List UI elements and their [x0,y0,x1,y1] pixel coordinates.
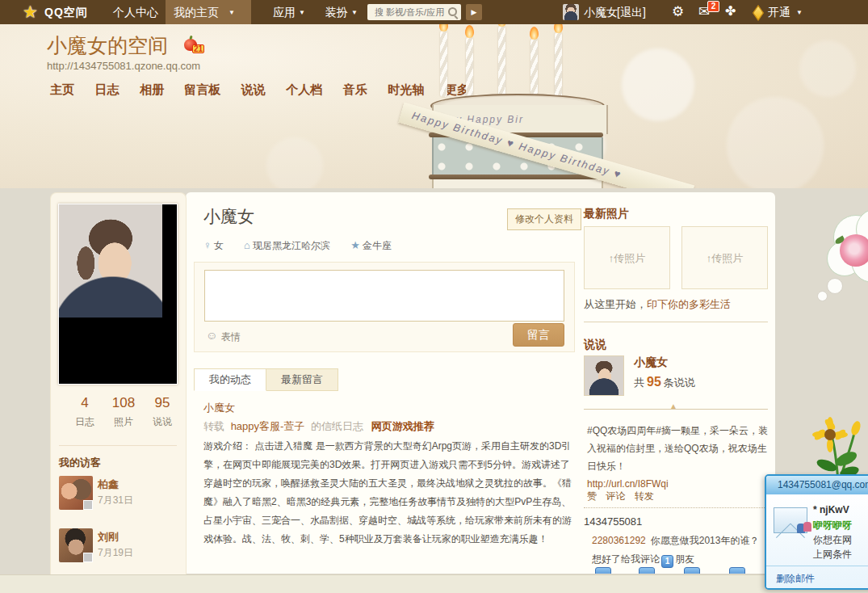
camera-badge-icon [83,500,93,510]
search-input[interactable] [373,6,447,18]
bokeh-decoration [727,97,824,188]
rose-image [840,234,868,267]
mail-preview-line: 你想在网 [813,533,852,547]
photos-caption: 从这里开始，印下你的多彩生活 [584,297,731,312]
photos-caption-link[interactable]: 印下你的多彩生活 [647,298,731,310]
chevron-down-icon: ▼ [351,9,358,16]
location-info: ⌂现居黑龙江哈尔滨 [244,240,330,251]
visitor-name[interactable]: 柏鑫 [98,477,119,492]
upload-photo-box[interactable]: ↑传照片 [681,226,768,289]
visitor-name[interactable]: 刘刚 [98,530,119,545]
header-banner: 小魔女的空间 21 http://1434755081.qzone.qq.com… [0,24,868,188]
candle [466,37,473,99]
profile-photo[interactable] [58,204,178,385]
number-badge [684,567,700,574]
comment-link[interactable]: 评论 [606,490,625,502]
nav-personal-center[interactable]: 个人中心 [105,0,166,24]
feed-source-link[interactable]: happy客服-萱子 [231,420,305,432]
nav-my-homepage[interactable]: 我的主页▼ [166,0,251,24]
comment-author-link[interactable]: 2280361292 [592,535,646,546]
divider [59,445,177,446]
mail-preview-line: 上网条件 [813,548,852,561]
vip-open-link[interactable]: 开通 [768,0,790,24]
emoticon-button[interactable]: 表情 [221,330,241,344]
shuoshuo-avatar[interactable] [584,355,624,396]
tab-my-feeds[interactable]: 我的动态 [194,368,266,391]
nav-apps[interactable]: 应用▼ [265,0,305,24]
camera-badge-icon [83,553,93,562]
smiley-icon[interactable]: ☺ [206,329,217,342]
mail-popup-header: 1434755081@qq.com [766,476,868,494]
tab-shuoshuo[interactable]: 说说 [241,82,266,98]
forward-link[interactable]: 转发 [635,490,654,502]
diamond-vip-icon [753,5,764,21]
divider [766,566,868,566]
qzone-logo-star-icon: ★ [23,2,38,22]
stat-photos[interactable]: 108 照片 [103,395,145,429]
feed-action: 转载 [203,420,224,432]
qq-number: 1434755081 [584,515,642,528]
visitor-date: 7月19日 [98,546,133,560]
tab-albums[interactable]: 相册 [140,82,164,98]
feed-middle-text: 的信纸日志 [311,420,363,432]
space-url: http://1434755081.qzone.qq.com [47,60,200,72]
chevron-down-icon: ▼ [299,9,305,16]
space-title: 小魔女的空间 [47,32,168,59]
bokeh-decoration [799,40,856,97]
profile-info-row: ♀女 ⌂现居黑龙江哈尔滨 ★金牛座 [203,239,409,253]
tab-personal-file[interactable]: 个人档 [286,82,322,98]
mail-subject-link[interactable]: 咿呀咿呀 [813,519,852,532]
search-icon[interactable] [448,7,457,16]
shuoshuo-username[interactable]: 小魔女 [634,355,668,370]
top-navbar: ★ QQ空间 个人中心 我的主页▼ 应用▼ 装扮▼ ▶ 小魔女 [退出] ⚙ ✉… [0,0,868,24]
tab-home[interactable]: 主页 [50,82,74,98]
stat-blogs[interactable]: 4 日志 [64,395,106,429]
feed-body-text: 游戏介绍： 点击进入猎魔 是一款西方背景的大型奇幻Arpg页游，采用自主研发的3… [203,437,575,549]
person-icon [803,522,811,532]
candle-flame [554,24,563,33]
stat-shuoshuo[interactable]: 95 说说 [141,395,183,429]
navbar-avatar[interactable] [563,4,579,20]
leave-message-button[interactable]: 留言 [513,323,564,347]
clover-icon[interactable]: ✤ [725,3,736,19]
profile-name: 小魔女 [203,205,254,228]
cake-base-band [432,179,603,188]
tab-latest-messages[interactable]: 最新留言 [266,368,338,391]
navbar-username[interactable]: 小魔女 [584,0,618,24]
feed-title-link[interactable]: 网页游戏推荐 [371,420,434,432]
mail-notification-popup: 1434755081@qq.com * njKwV 咿呀咿呀 你想在网 上网条件… [765,474,868,590]
search-box[interactable] [367,4,461,20]
search-go-button[interactable]: ▶ [466,4,482,20]
shuoshuo-comment: 2280361292你愿意做我2013年的谁？想好了给我评论1朋友 [592,532,768,569]
candle [530,39,538,100]
tab-message-board[interactable]: 留言板 [184,82,220,98]
tab-blog[interactable]: 日志 [94,82,119,98]
gender-info: ♀女 [203,240,224,251]
shuoshuo-post: #QQ农场四周年#摘一颗星，采一朵云，装入祝福的信封里，送给QQ农场，祝农场生日… [587,422,768,493]
shuoshuo-count-number: 95 [647,375,661,389]
edit-profile-button[interactable]: 修改个人资料 [507,208,581,230]
birthday-cake-image: lday Happy Bir Happy Birthday ♥ Happy Bi… [408,24,650,188]
message-textarea[interactable] [204,270,564,322]
delete-mail-link[interactable]: 删除邮件 [776,572,815,586]
mail-popup-body: * njKwV 咿呀咿呀 你想在网 上网条件 删除邮件 [766,494,868,588]
gear-icon[interactable]: ⚙ [672,3,684,20]
nav-decorate[interactable]: 装扮▼ [317,0,358,24]
number-badge [639,567,655,574]
mail-sender: * njKwV [813,504,849,515]
like-link[interactable]: 赞 [587,490,597,502]
logout-link[interactable]: [退出] [617,0,646,24]
candle [555,32,562,99]
visitor-avatar[interactable] [59,476,93,510]
tab-music[interactable]: 音乐 [343,82,367,98]
shuoshuo-actions: 赞 评论 转发 [587,490,660,503]
feed-author-link[interactable]: 小魔女 [203,401,235,415]
right-sidebar: 最新照片 ↑传照片 ↑传照片 从这里开始，印下你的多彩生活 说说 小魔女 共95… [584,192,769,574]
qzone-logo[interactable]: QQ空间 [44,0,88,24]
star-icon: ★ [350,239,360,251]
candle [440,31,447,97]
visitor-avatar[interactable] [59,528,93,562]
zodiac-info: ★金牛座 [350,240,392,251]
left-sidebar: 4 日志 108 照片 95 说说 我的访客 柏鑫 7月31日 刘刚 7月19日 [50,192,187,574]
upload-photo-box[interactable]: ↑传照片 [584,226,670,289]
